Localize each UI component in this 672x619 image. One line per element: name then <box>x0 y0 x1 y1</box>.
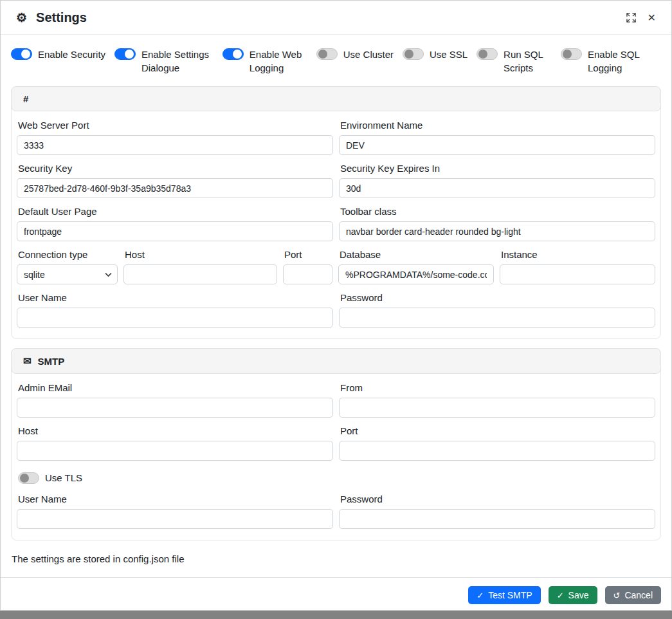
field-db-password: Password <box>339 284 655 328</box>
dialog-title-group: ⚙ Settings <box>16 10 87 25</box>
field-web-server-port: Web Server Port <box>17 112 333 155</box>
field-environment-name: Environment Name <box>339 112 655 155</box>
field-smtp-from: From <box>339 374 655 418</box>
field-smtp-password: Password <box>339 486 655 529</box>
use-cluster-label: Use Cluster <box>343 48 394 61</box>
db-port-input[interactable] <box>283 264 332 284</box>
settings-dialog: ⚙ Settings ✕ Enable Security Enable Sett… <box>0 0 672 611</box>
envelope-icon: ✉ <box>23 355 32 367</box>
enable-sql-logging-label: Enable SQL Logging <box>588 48 642 75</box>
field-toolbar-class: Toolbar class <box>339 198 655 241</box>
field-db-user-name: User Name <box>17 284 333 328</box>
gear-icon: ⚙ <box>16 12 27 24</box>
smtp-port-input[interactable] <box>339 441 655 461</box>
default-user-page-label: Default User Page <box>18 206 332 217</box>
cancel-button[interactable]: ↺ Cancel <box>605 586 662 604</box>
dialog-header: ⚙ Settings ✕ <box>1 1 671 35</box>
use-tls-switch[interactable] <box>18 472 39 484</box>
general-settings-card: # Web Server Port Environment Name Secur… <box>11 86 661 339</box>
undo-icon: ↺ <box>613 591 621 600</box>
use-ssl-label: Use SSL <box>430 48 468 61</box>
db-user-name-label: User Name <box>18 292 332 303</box>
enable-sql-logging-switch[interactable] <box>561 48 582 60</box>
settings-note: The settings are stored in config.json f… <box>1 540 671 577</box>
field-smtp-port: Port <box>339 418 655 461</box>
toggle-row: Enable Security Enable Settings Dialogue… <box>1 35 671 80</box>
toggle-enable-web-logging[interactable]: Enable Web Logging <box>222 48 307 77</box>
toggle-enable-settings-dialogue[interactable]: Enable Settings Dialogue <box>114 48 213 77</box>
field-db-host: Host <box>123 241 277 284</box>
enable-web-logging-switch[interactable] <box>222 48 244 60</box>
smtp-password-input[interactable] <box>339 509 655 529</box>
field-connection-type: Connection type sqlite <box>17 241 118 284</box>
dialog-header-actions: ✕ <box>626 13 656 23</box>
enable-security-switch[interactable] <box>11 48 32 60</box>
db-host-input[interactable] <box>123 264 277 284</box>
cancel-button-label: Cancel <box>624 590 653 600</box>
smtp-password-label: Password <box>340 494 654 504</box>
field-instance: Instance <box>500 241 655 284</box>
db-port-label: Port <box>284 249 331 260</box>
general-settings-card-body: Web Server Port Environment Name Securit… <box>12 111 660 338</box>
test-smtp-button[interactable]: ✓ Test SMTP <box>468 586 540 604</box>
field-db-port: Port <box>283 241 332 284</box>
connection-type-select[interactable]: sqlite <box>17 264 118 284</box>
web-server-port-input[interactable] <box>17 135 333 155</box>
field-admin-email: Admin EMail <box>17 374 333 418</box>
smtp-port-label: Port <box>340 425 654 436</box>
toggle-use-cluster[interactable]: Use Cluster <box>316 48 394 77</box>
database-input[interactable] <box>338 264 494 284</box>
field-default-user-page: Default User Page <box>17 198 333 241</box>
dialog-title: Settings <box>36 10 87 25</box>
smtp-card-body: Admin EMail From Host Port <box>12 373 660 540</box>
test-smtp-button-label: Test SMTP <box>488 590 532 600</box>
default-user-page-input[interactable] <box>17 221 333 241</box>
close-button[interactable]: ✕ <box>648 13 656 23</box>
smtp-from-label: From <box>340 382 654 393</box>
admin-email-input[interactable] <box>17 398 333 418</box>
toggle-enable-security[interactable]: Enable Security <box>11 48 105 77</box>
run-sql-scripts-label: Run SQL Scripts <box>504 48 552 75</box>
field-security-key: Security Key <box>17 155 333 198</box>
db-user-name-input[interactable] <box>17 308 333 328</box>
save-button-label: Save <box>568 590 589 600</box>
environment-name-label: Environment Name <box>340 120 654 131</box>
general-settings-card-header: # <box>11 86 661 111</box>
use-tls-label: Use TLS <box>45 471 82 485</box>
use-ssl-switch[interactable] <box>403 48 424 60</box>
db-password-input[interactable] <box>339 308 655 328</box>
fullscreen-button[interactable] <box>626 13 636 23</box>
enable-security-label: Enable Security <box>38 48 105 61</box>
field-security-key-expires: Security Key Expires In <box>339 155 655 198</box>
toggle-enable-sql-logging[interactable]: Enable SQL Logging <box>561 48 642 77</box>
toggle-use-tls[interactable]: Use TLS <box>18 471 654 485</box>
use-cluster-switch[interactable] <box>316 48 338 60</box>
connection-type-label: Connection type <box>18 249 116 260</box>
security-key-input[interactable] <box>17 178 333 198</box>
smtp-host-input[interactable] <box>17 441 333 461</box>
toolbar-class-input[interactable] <box>339 221 655 241</box>
environment-name-input[interactable] <box>339 135 655 155</box>
field-smtp-user-name: User Name <box>17 486 333 529</box>
run-sql-scripts-switch[interactable] <box>477 48 498 60</box>
general-card-title: # <box>23 93 28 104</box>
security-key-label: Security Key <box>18 163 332 174</box>
fullscreen-icon <box>626 13 636 23</box>
web-server-port-label: Web Server Port <box>18 120 332 131</box>
dialog-footer: ✓ Test SMTP ✓ Save ↺ Cancel <box>1 577 671 613</box>
security-key-expires-input[interactable] <box>339 178 655 198</box>
smtp-from-input[interactable] <box>339 398 655 418</box>
smtp-card-title: SMTP <box>38 356 65 367</box>
check-icon: ✓ <box>477 591 484 600</box>
save-button[interactable]: ✓ Save <box>549 586 597 604</box>
field-smtp-host: Host <box>17 418 333 461</box>
field-database: Database <box>338 241 494 284</box>
enable-settings-dialogue-switch[interactable] <box>114 48 136 60</box>
toolbar-class-label: Toolbar class <box>340 206 654 217</box>
db-password-label: Password <box>340 292 654 303</box>
enable-settings-dialogue-label: Enable Settings Dialogue <box>141 48 213 75</box>
toggle-run-sql-scripts[interactable]: Run SQL Scripts <box>477 48 552 77</box>
instance-input[interactable] <box>500 264 655 284</box>
smtp-user-name-input[interactable] <box>17 509 333 529</box>
toggle-use-ssl[interactable]: Use SSL <box>403 48 468 77</box>
